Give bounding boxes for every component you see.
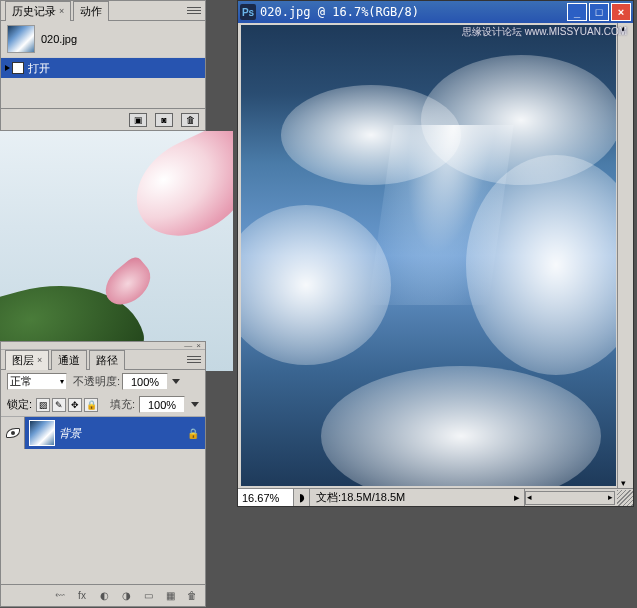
minimize-button[interactable]: _ <box>567 3 587 21</box>
lock-all-icon[interactable]: 🔒 <box>84 398 98 412</box>
blend-mode-value: 正常 <box>10 374 32 389</box>
mask-icon[interactable]: ◐ <box>95 589 113 603</box>
history-step-open[interactable]: 打开 <box>1 58 205 78</box>
lock-row: 锁定: ▨ ✎ ✥ 🔒 填充: 100% <box>1 393 205 417</box>
group-icon[interactable]: ▭ <box>139 589 157 603</box>
tab-paths[interactable]: 路径 <box>89 350 125 370</box>
close-icon[interactable]: × <box>59 6 64 16</box>
zoom-input[interactable]: 16.67% <box>238 489 294 506</box>
tab-history[interactable]: 历史记录 × <box>5 1 71 21</box>
visibility-toggle[interactable] <box>1 417 25 449</box>
layer-thumbnail[interactable] <box>29 420 55 446</box>
status-menu-icon[interactable]: ◗ <box>294 489 310 506</box>
statusbar: 16.67% ◗ 文档:18.5M/18.5M ▸ <box>238 488 633 506</box>
layers-footer: ⬳ fx ◐ ◑ ▭ ▦ 🗑 <box>1 584 205 606</box>
panel-menu-icon[interactable] <box>187 6 201 16</box>
history-tabs: 历史记录 × 动作 <box>1 1 205 21</box>
horizontal-scrollbar[interactable] <box>525 491 615 505</box>
lock-pixels-icon[interactable]: ✎ <box>52 398 66 412</box>
layer-list: 背景 🔒 <box>1 417 205 449</box>
tab-label: 图层 <box>12 353 34 368</box>
fx-icon[interactable]: fx <box>73 589 91 603</box>
layers-panel: —× 图层 × 通道 路径 正常 不透明度: 100% 锁定: ▨ ✎ ✥ 🔒 … <box>0 341 206 607</box>
document-window: Ps 020.jpg @ 16.7%(RGB/8) _ □ × 思缘设计论坛 w… <box>237 0 634 507</box>
lock-transparent-icon[interactable]: ▨ <box>36 398 50 412</box>
eye-icon <box>6 428 20 438</box>
trash-icon[interactable]: 🗑 <box>183 589 201 603</box>
window-controls: _ □ × <box>567 3 631 21</box>
tab-actions[interactable]: 动作 <box>73 1 109 21</box>
lock-label: 锁定: <box>7 397 32 412</box>
history-panel: 历史记录 × 动作 020.jpg 打开 ▣ ◙ 🗑 <box>0 0 206 131</box>
layer-row-background[interactable]: 背景 🔒 <box>1 417 205 449</box>
opacity-label: 不透明度: <box>73 374 120 389</box>
opacity-input[interactable]: 100% <box>122 373 168 390</box>
snapshot-icon[interactable]: ▣ <box>129 113 147 127</box>
opacity-value: 100% <box>131 376 159 388</box>
zoom-value: 16.67% <box>242 492 279 504</box>
close-icon[interactable]: × <box>37 355 42 365</box>
canvas[interactable] <box>241 25 616 486</box>
lock-buttons: ▨ ✎ ✥ 🔒 <box>36 398 98 412</box>
maximize-button[interactable]: □ <box>589 3 609 21</box>
panel-menu-icon[interactable] <box>187 355 201 365</box>
tab-channels[interactable]: 通道 <box>51 350 87 370</box>
history-footer: ▣ ◙ 🗑 <box>1 108 205 130</box>
document-name: 020.jpg <box>41 33 77 45</box>
layer-name: 背景 <box>59 426 187 441</box>
blend-mode-select[interactable]: 正常 <box>7 373 67 390</box>
document-thumbnail <box>7 25 35 53</box>
titlebar[interactable]: Ps 020.jpg @ 16.7%(RGB/8) _ □ × <box>238 1 633 23</box>
camera-icon[interactable]: ◙ <box>155 113 173 127</box>
tab-label: 路径 <box>96 353 118 368</box>
lock-position-icon[interactable]: ✥ <box>68 398 82 412</box>
document-size-info: 文档:18.5M/18.5M <box>310 490 509 505</box>
blend-row: 正常 不透明度: 100% <box>1 370 205 393</box>
trash-icon[interactable]: 🗑 <box>181 113 199 127</box>
close-button[interactable]: × <box>611 3 631 21</box>
tab-label: 通道 <box>58 353 80 368</box>
layers-tabs: 图层 × 通道 路径 <box>1 350 205 370</box>
tab-label: 历史记录 <box>12 4 56 19</box>
new-layer-icon[interactable]: ▦ <box>161 589 179 603</box>
info-menu-icon[interactable]: ▸ <box>509 489 525 506</box>
lock-icon: 🔒 <box>187 428 199 439</box>
play-icon <box>5 65 10 71</box>
background-image <box>0 131 233 371</box>
resize-grip[interactable] <box>617 490 633 506</box>
fill-input[interactable]: 100% <box>139 396 185 413</box>
chevron-down-icon[interactable] <box>191 402 199 407</box>
tab-label: 动作 <box>80 4 102 19</box>
photoshop-icon: Ps <box>240 4 256 20</box>
fill-label: 填充: <box>110 397 135 412</box>
chevron-down-icon[interactable] <box>172 379 180 384</box>
tab-layers[interactable]: 图层 × <box>5 350 49 370</box>
fill-value: 100% <box>148 399 176 411</box>
watermark-text: 思缘设计论坛 www.MISSYUAN.COM <box>462 25 627 39</box>
link-layers-icon[interactable]: ⬳ <box>51 589 69 603</box>
document-icon <box>12 62 24 74</box>
history-step-label: 打开 <box>28 61 50 76</box>
document-title: 020.jpg @ 16.7%(RGB/8) <box>260 5 419 19</box>
vertical-scrollbar[interactable] <box>617 23 633 488</box>
adjustment-icon[interactable]: ◑ <box>117 589 135 603</box>
history-source[interactable]: 020.jpg <box>1 21 205 58</box>
